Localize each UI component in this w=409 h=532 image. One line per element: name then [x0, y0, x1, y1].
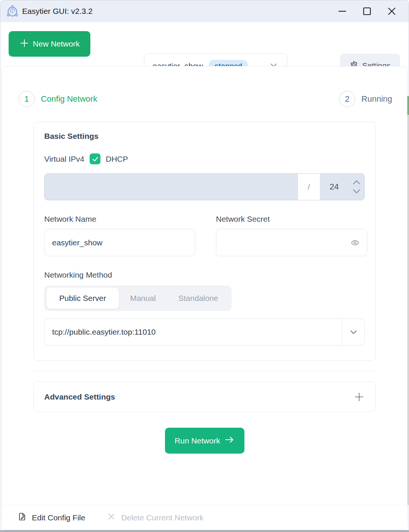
virtual-ipv4-group: / 24: [44, 173, 365, 200]
window-controls: [330, 0, 409, 22]
tab-public-server[interactable]: Public Server: [46, 288, 119, 309]
steps: 1 Config Network 2 Running: [2, 66, 407, 107]
minimize-button[interactable]: [330, 0, 355, 22]
step-2-label: Running: [361, 94, 392, 104]
edit-config-file-label: Edit Config File: [32, 513, 85, 522]
app-window: Easytier GUI: v2.3.2 New Network easytie…: [0, 0, 409, 532]
advanced-settings-card[interactable]: Advanced Settings: [33, 382, 376, 412]
new-network-label: New Network: [33, 39, 80, 48]
chevron-down-icon[interactable]: [352, 189, 361, 194]
network-name-input[interactable]: easytier_show: [44, 229, 195, 256]
x-icon: [107, 512, 116, 523]
toolbar: New Network easytier_show stopped Settin…: [0, 22, 409, 66]
dhcp-checkbox[interactable]: [90, 153, 100, 164]
public-server-select[interactable]: tcp://public.easytier.top:11010: [44, 319, 365, 346]
eye-icon[interactable]: [351, 238, 360, 247]
prefix-length-stepper: 24: [320, 173, 365, 200]
network-secret-input[interactable]: [216, 229, 367, 256]
close-button[interactable]: [379, 0, 404, 22]
virtual-ipv4-input: [44, 173, 298, 200]
networking-method-tabs: Public Server Manual Standalone: [44, 286, 232, 311]
network-name-label: Network Name: [44, 215, 195, 224]
section-divider: [33, 371, 376, 371]
arrow-right-icon: [225, 435, 234, 446]
public-server-url: tcp://public.easytier.top:11010: [45, 328, 342, 337]
step-1-circle: 1: [18, 91, 35, 107]
basic-settings-title: Basic Settings: [44, 132, 365, 141]
next-panel-peek-gray: [408, 115, 409, 505]
app-logo-icon: [6, 5, 19, 18]
network-name-value: easytier_show: [52, 238, 102, 247]
footer-bar: Edit Config File Delete Current Network: [2, 505, 407, 530]
prefix-separator: /: [298, 173, 320, 200]
virtual-ipv4-label: Virtual IPv4: [44, 155, 84, 164]
delete-current-network-button[interactable]: Delete Current Network: [107, 512, 203, 523]
basic-settings-card: Basic Settings Virtual IPv4 DHCP / 24: [33, 122, 376, 361]
expand-plus-icon[interactable]: [354, 391, 365, 403]
chevron-down-icon: [342, 327, 364, 337]
titlebar: Easytier GUI: v2.3.2: [0, 0, 409, 22]
step-1-label: Config Network: [41, 94, 97, 104]
maximize-button[interactable]: [355, 0, 379, 22]
main-panel: 1 Config Network 2 Running Basic Setting…: [1, 66, 408, 530]
prefix-length-value: 24: [320, 182, 349, 192]
step-config-network: 1 Config Network: [18, 91, 97, 107]
next-panel-peek-green: [408, 96, 409, 115]
run-network-button[interactable]: Run Network: [165, 428, 244, 454]
file-edit-icon: [18, 512, 27, 523]
tab-manual[interactable]: Manual: [119, 288, 167, 309]
plus-icon: [19, 38, 29, 50]
advanced-settings-title: Advanced Settings: [44, 392, 115, 401]
dhcp-label: DHCP: [106, 155, 128, 164]
chevron-up-icon[interactable]: [352, 180, 361, 185]
new-network-button[interactable]: New Network: [9, 31, 90, 57]
networking-method-label: Networking Method: [44, 271, 365, 280]
tab-standalone[interactable]: Standalone: [167, 288, 229, 309]
edit-config-file-button[interactable]: Edit Config File: [18, 512, 85, 523]
run-network-label: Run Network: [175, 436, 220, 445]
window-title: Easytier GUI: v2.3.2: [22, 7, 330, 16]
delete-current-network-label: Delete Current Network: [121, 513, 203, 522]
step-running: 2 Running: [339, 91, 392, 107]
step-2-circle: 2: [339, 91, 355, 107]
network-secret-label: Network Secret: [216, 215, 367, 224]
